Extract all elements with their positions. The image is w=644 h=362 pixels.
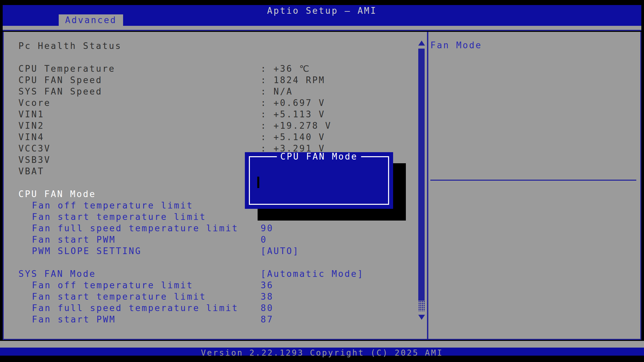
popup-option[interactable] xyxy=(257,177,259,188)
menu-row[interactable]: Fan start PWM 0 xyxy=(4,234,425,245)
scroll-up-icon[interactable] xyxy=(418,41,425,46)
row-label: Fan start PWM xyxy=(32,235,116,245)
row-label: Fan full speed temperature limit xyxy=(32,223,238,233)
row-label: VBAT xyxy=(18,166,44,176)
menu-row: Vcore : +0.697 V xyxy=(4,97,425,109)
menu-row: Pc Health Status xyxy=(4,40,425,52)
row-value: [AUTO] xyxy=(261,245,300,257)
scrollbar-thumb[interactable] xyxy=(418,49,425,301)
row-value: 38 xyxy=(261,291,274,302)
popup-border xyxy=(249,156,389,205)
popup-option[interactable] xyxy=(257,165,259,177)
bottom-strip xyxy=(0,341,644,348)
row-label: Fan off temperature limit xyxy=(32,280,193,290)
row-value: 80 xyxy=(261,302,274,314)
menu-row: VIN2 : +19.278 V xyxy=(4,120,425,131)
row-label: Vcore xyxy=(18,98,51,108)
scroll-down-icon[interactable] xyxy=(418,315,425,320)
menu-row: CPU FAN Speed : 1824 RPM xyxy=(4,74,425,86)
bios-screen: Aptio Setup – AMI Advanced Pc Health Sta… xyxy=(0,0,644,362)
row-label: VSB3V xyxy=(18,155,51,165)
row-value: : +5.140 V xyxy=(261,131,325,143)
row-value: [Automatic Mode] xyxy=(261,268,364,280)
cpu-fan-mode-popup: CPU FAN Mode xyxy=(245,152,393,209)
row-value: 90 xyxy=(261,223,274,234)
row-label: Fan full speed temperature limit xyxy=(32,303,238,313)
scrollbar-track[interactable] xyxy=(418,301,425,311)
help-panel: Fan Mode xyxy=(428,32,640,339)
row-value: 36 xyxy=(261,280,274,291)
row-label: Fan off temperature limit xyxy=(32,200,193,210)
version-text: Version 2.22.1293 Copyright (C) 2025 AMI xyxy=(201,348,443,358)
row-label: SYS FAN Mode xyxy=(18,269,96,279)
popup-options xyxy=(257,165,259,199)
help-divider xyxy=(430,180,636,181)
popup-option[interactable] xyxy=(257,188,259,199)
row-label: CPU FAN Mode xyxy=(18,189,96,199)
tab-strip xyxy=(3,26,641,31)
row-label: PWM SLOPE SETTING xyxy=(32,246,142,256)
row-value: 87 xyxy=(261,314,274,325)
row-value: : 1824 RPM xyxy=(261,74,325,86)
menu-row[interactable]: Fan start PWM 87 xyxy=(4,314,425,325)
row-value: : +5.113 V xyxy=(261,109,325,120)
menu-row: CPU Temperature : +36 ℃ xyxy=(4,63,425,74)
row-label: VIN1 xyxy=(18,109,44,119)
row-label: VIN2 xyxy=(18,121,44,131)
menu-row: VIN4 : +5.140 V xyxy=(4,131,425,143)
row-label: Pc Health Status xyxy=(18,41,122,51)
row-value: : N/A xyxy=(261,86,293,97)
row-label: CPU Temperature xyxy=(18,64,115,74)
row-label: SYS FAN Speed xyxy=(18,86,102,97)
help-title: Fan Mode xyxy=(430,40,482,50)
menu-row[interactable]: Fan start temperature limit 38 xyxy=(4,291,425,302)
row-label: Fan start temperature limit xyxy=(32,212,206,222)
menu-row: VIN1 : +5.113 V xyxy=(4,109,425,120)
menu-row[interactable]: Fan full speed temperature limit 90 xyxy=(4,223,425,234)
popup-title: CPU FAN Mode xyxy=(277,152,361,161)
row-label: VCC3V xyxy=(18,143,51,154)
menu-row[interactable]: Fan full speed temperature limit 80 xyxy=(4,302,425,314)
row-value: : +36 ℃ xyxy=(261,63,310,74)
row-label: VIN4 xyxy=(18,132,44,142)
row-value: : +19.278 V xyxy=(261,120,332,131)
title-bar: Aptio Setup – AMI Advanced xyxy=(3,5,641,26)
menu-row: SYS FAN Speed : N/A xyxy=(4,86,425,97)
version-bar: Version 2.22.1293 Copyright (C) 2025 AMI xyxy=(0,348,644,356)
row-value: 0 xyxy=(261,234,267,245)
menu-row[interactable]: SYS FAN Mode [Automatic Mode] xyxy=(4,268,425,280)
row-value: : +0.697 V xyxy=(261,97,325,109)
tab-advanced[interactable]: Advanced xyxy=(59,14,123,26)
row-label: CPU FAN Speed xyxy=(18,75,102,85)
row-label: Fan start PWM xyxy=(32,314,116,324)
row-label: Fan start temperature limit xyxy=(32,292,206,302)
menu-row[interactable]: PWM SLOPE SETTING [AUTO] xyxy=(4,245,425,257)
menu-row[interactable]: Fan off temperature limit 36 xyxy=(4,280,425,291)
